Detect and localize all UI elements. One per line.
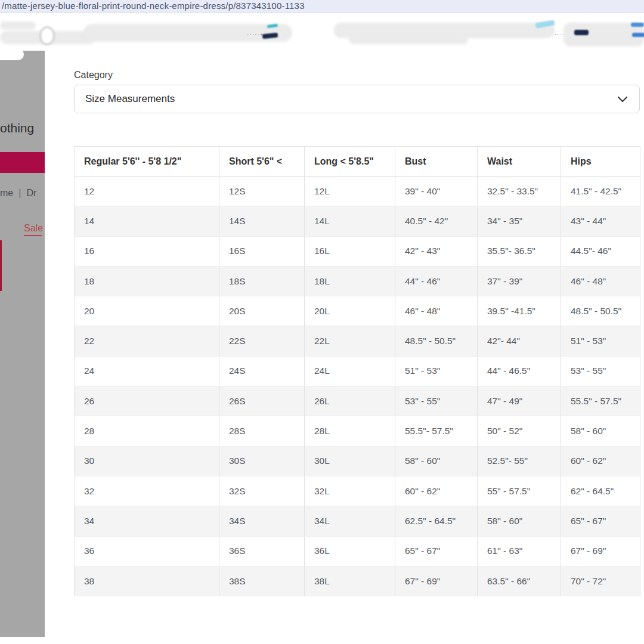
table-cell: 61" - 63"	[478, 536, 561, 566]
table-header-cell: Long < 5'8.5"	[305, 147, 395, 177]
table-cell: 37" - 39"	[478, 266, 561, 296]
size-table-body: 1212S12L39" - 40"32.5" - 33.5"41.5" - 42…	[75, 177, 640, 596]
table-cell: 12L	[305, 177, 395, 206]
table-cell: 44" - 46.5"	[478, 356, 561, 386]
table-row: 1616S16L42" - 43"35.5"- 36.5"44.5"- 46"	[75, 236, 640, 266]
table-cell: 20L	[305, 296, 395, 326]
table-cell: 55.5" - 57.5"	[561, 386, 640, 416]
table-row: 3232S32L60" - 62"55" - 57.5"62" - 64.5"	[75, 476, 640, 506]
category-label: Category	[74, 70, 113, 80]
nav-blur-blob	[349, 35, 468, 44]
table-cell: 38S	[219, 566, 305, 596]
table-cell: 58" - 60"	[561, 416, 640, 446]
table-header-cell: Regular 5'6'' - 5'8 1/2"	[75, 147, 219, 177]
table-cell: 16L	[305, 236, 395, 266]
table-cell: 42"- 44"	[478, 326, 561, 356]
table-cell: 20S	[219, 296, 305, 326]
breadcrumb: me|Dr	[0, 188, 48, 199]
nav-accent-mark	[632, 33, 644, 37]
table-cell: 14	[75, 206, 219, 236]
breadcrumb-category-fragment[interactable]: Dr	[26, 188, 36, 198]
table-cell: 14S	[219, 206, 305, 236]
nav-accent-mark	[574, 30, 589, 35]
table-cell: 22	[75, 326, 219, 356]
table-cell: 26L	[305, 386, 395, 416]
table-cell: 36	[75, 536, 219, 566]
table-header-cell: Hips	[561, 147, 640, 177]
browser-url-bar[interactable]: /matte-jersey-blue-floral-print-round-ne…	[0, 0, 644, 13]
table-cell: 47" - 49"	[478, 386, 561, 416]
table-cell: 42" - 43"	[395, 236, 478, 266]
nav-accent-mark	[631, 23, 644, 27]
table-cell: 30L	[305, 446, 395, 476]
table-cell: 36S	[219, 536, 305, 566]
table-cell: 46" - 48"	[395, 296, 478, 326]
table-cell: 18L	[305, 266, 395, 296]
table-cell: 16	[75, 236, 219, 266]
table-cell: 28L	[305, 416, 395, 446]
table-cell: 43" - 44"	[561, 206, 640, 236]
table-row: 2828S28L55.5"- 57.5"50" - 52"58" - 60"	[75, 416, 640, 446]
table-cell: 48.5" - 50.5"	[395, 326, 478, 356]
table-cell: 48.5" - 50.5"	[561, 296, 640, 326]
table-row: 2424S24L51" - 53"44" - 46.5"53" - 55"	[75, 356, 640, 386]
table-cell: 46" - 48"	[561, 266, 640, 296]
table-cell: 12	[75, 177, 219, 206]
nav-blur-blob	[0, 21, 36, 30]
table-row: 3434S34L62.5" - 64.5"58" - 60"65" - 67"	[75, 506, 640, 536]
table-cell: 32	[75, 476, 219, 506]
table-row: 1212S12L39" - 40"32.5" - 33.5"41.5" - 42…	[75, 177, 640, 206]
table-cell: 12S	[219, 177, 305, 206]
table-cell: 16S	[219, 236, 305, 266]
table-cell: 34" - 35"	[478, 206, 561, 236]
size-measurements-table: Regular 5'6'' - 5'8 1/2"Short 5'6" <Long…	[74, 146, 640, 596]
nav-blur-text: ····	[555, 31, 565, 38]
table-cell: 55" - 57.5"	[478, 476, 561, 506]
promo-banner-fragment	[0, 152, 45, 173]
table-row: 1414S14L40.5" - 42"34" - 35"43" - 44"	[75, 206, 640, 236]
table-cell: 60" - 62"	[561, 446, 640, 476]
table-cell: 60" - 62"	[395, 476, 478, 506]
table-cell: 52.5"- 55"	[478, 446, 561, 476]
table-cell: 32L	[305, 476, 395, 506]
table-header-cell: Short 5'6" <	[219, 147, 305, 177]
table-cell: 63.5" - 66"	[478, 566, 561, 596]
nav-logo-placeholder	[39, 26, 55, 45]
background-page-sliver: othing me|Dr Sale	[0, 51, 45, 637]
table-cell: 58" - 60"	[478, 506, 561, 536]
table-cell: 44.5"- 46"	[561, 236, 640, 266]
nav-blur-blob	[0, 48, 24, 60]
table-row: 2020S20L46" - 48"39.5" -41.5"48.5" - 50.…	[75, 296, 640, 326]
table-cell: 44" - 46"	[395, 266, 478, 296]
chevron-down-icon	[615, 92, 630, 106]
table-header-cell: Waist	[478, 147, 561, 177]
table-cell: 65" - 67"	[561, 506, 640, 536]
category-dropdown[interactable]: Size Measurements	[74, 85, 640, 113]
category-dropdown-value: Size Measurements	[85, 93, 175, 105]
sale-tab[interactable]: Sale	[24, 223, 43, 234]
table-cell: 38	[75, 566, 219, 596]
table-cell: 39.5" -41.5"	[478, 296, 561, 326]
breadcrumb-home-fragment[interactable]: me	[0, 188, 13, 198]
table-cell: 34S	[219, 506, 305, 536]
table-cell: 40.5" - 42"	[395, 206, 478, 236]
table-cell: 30	[75, 446, 219, 476]
table-row: 3838S38L67" - 69"63.5" - 66"70" - 72"	[75, 566, 640, 596]
table-cell: 22S	[219, 326, 305, 356]
table-row: 3636S36L65" - 67"61" - 63"67" - 69"	[75, 536, 640, 566]
table-cell: 55.5"- 57.5"	[395, 416, 478, 446]
sale-tab-underline	[24, 235, 42, 236]
breadcrumb-separator: |	[13, 188, 26, 198]
table-cell: 24L	[305, 356, 395, 386]
table-cell: 18	[75, 266, 219, 296]
table-cell: 22L	[305, 326, 395, 356]
url-text[interactable]: /matte-jersey-blue-floral-print-round-ne…	[2, 1, 305, 11]
table-cell: 51" - 53"	[395, 356, 478, 386]
table-row: 2222S22L48.5" - 50.5"42"- 44"51" - 53"	[75, 326, 640, 356]
nav-blur-text: ·····⌁	[247, 31, 264, 38]
table-cell: 39" - 40"	[395, 177, 478, 206]
table-cell: 34L	[305, 506, 395, 536]
table-cell: 38L	[305, 566, 395, 596]
table-cell: 67" - 69"	[395, 566, 478, 596]
table-cell: 30S	[219, 446, 305, 476]
